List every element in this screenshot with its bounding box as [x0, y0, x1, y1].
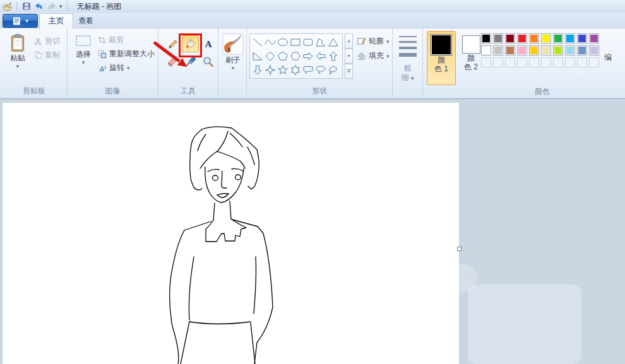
- palette-swatch[interactable]: [493, 45, 503, 56]
- copy-button[interactable]: 复制: [34, 50, 60, 61]
- star-4-icon: [265, 64, 276, 76]
- palette-swatch-empty[interactable]: [577, 57, 587, 68]
- palette-swatch[interactable]: [529, 45, 539, 56]
- palette-swatch[interactable]: [541, 33, 551, 44]
- shape-diamond[interactable]: [264, 49, 277, 63]
- line-size-icon[interactable]: [399, 36, 417, 61]
- crop-button[interactable]: 裁剪: [98, 35, 124, 45]
- color-palette: [481, 33, 604, 69]
- palette-swatch-empty[interactable]: [529, 57, 539, 68]
- shape-ellipse[interactable]: [277, 35, 289, 49]
- edit-colors-partial-label[interactable]: 编: [604, 52, 612, 63]
- arrow-down-icon: [252, 64, 263, 76]
- shape-callout-cloud[interactable]: [327, 63, 340, 77]
- shape-rectangle[interactable]: [289, 35, 302, 49]
- resize-icon: [98, 50, 107, 59]
- rectangle-icon: [290, 37, 301, 48]
- shape-pentagon[interactable]: [277, 49, 289, 63]
- shape-curve[interactable]: [264, 35, 277, 49]
- shape-fill-button[interactable]: 填充 ▾: [357, 50, 390, 61]
- clipboard-icon: [9, 33, 27, 53]
- outline-button[interactable]: 轮廓 ▾: [357, 36, 390, 47]
- select-button[interactable]: 选择 ▾: [71, 32, 96, 89]
- pentagon-icon: [277, 50, 289, 62]
- palette-swatch[interactable]: [481, 33, 491, 44]
- window-title: 无标题 - 画图: [77, 1, 122, 12]
- paint-logo-icon: [2, 1, 12, 11]
- palette-swatch-empty[interactable]: [493, 57, 503, 68]
- color2-label-line1: 颜: [464, 54, 478, 62]
- palette-swatch[interactable]: [505, 33, 515, 44]
- shape-arrow-left[interactable]: [314, 49, 327, 63]
- palette-swatch[interactable]: [493, 33, 503, 44]
- shapes-scroll-down-button[interactable]: ▼: [345, 49, 353, 64]
- shape-line[interactable]: [251, 35, 264, 49]
- palette-swatch-empty[interactable]: [541, 57, 551, 68]
- shape-arrow-up[interactable]: [327, 49, 340, 63]
- hexagon-icon: [290, 50, 301, 62]
- text-tool-button[interactable]: A: [199, 35, 217, 52]
- shape-callout-rounded[interactable]: [302, 63, 314, 77]
- shape-star-5[interactable]: [277, 63, 289, 77]
- palette-swatch[interactable]: [517, 45, 527, 56]
- palette-swatch-empty[interactable]: [481, 57, 491, 68]
- rotate-button[interactable]: 旋转 ▾: [98, 62, 130, 73]
- palette-swatch[interactable]: [481, 45, 491, 56]
- palette-swatch-empty[interactable]: [553, 57, 563, 68]
- cut-label: 剪切: [45, 36, 60, 47]
- palette-swatch[interactable]: [565, 33, 575, 44]
- paste-button[interactable]: 粘贴 ▾: [4, 32, 31, 89]
- shape-callout-oval[interactable]: [314, 63, 327, 77]
- shape-triangle[interactable]: [327, 35, 340, 49]
- chevron-down-icon: ▾: [25, 18, 28, 24]
- arrow-left-icon: [315, 50, 326, 62]
- shape-right-triangle[interactable]: [251, 49, 264, 63]
- shapes-more-button[interactable]: ▼: [345, 64, 353, 79]
- color2-button[interactable]: 颜 色 2: [458, 31, 484, 85]
- drawing-canvas[interactable]: [3, 103, 459, 364]
- palette-swatch-empty[interactable]: [565, 57, 575, 68]
- palette-swatch[interactable]: [565, 45, 575, 56]
- arrow-right-icon: [302, 50, 314, 62]
- chevron-down-icon: ▾: [16, 64, 20, 69]
- cut-button[interactable]: 剪切: [34, 36, 60, 47]
- tab-view[interactable]: 查看: [69, 13, 102, 28]
- shape-hexagon[interactable]: [289, 49, 302, 63]
- palette-swatch[interactable]: [553, 45, 563, 56]
- palette-swatch-empty[interactable]: [517, 57, 527, 68]
- size-button[interactable]: 粗 细 ▾: [393, 64, 422, 83]
- palette-swatch-empty[interactable]: [505, 57, 515, 68]
- palette-swatch[interactable]: [553, 33, 563, 44]
- palette-swatch[interactable]: [577, 33, 587, 44]
- palette-swatch[interactable]: [541, 45, 551, 56]
- save-button[interactable]: [21, 1, 32, 11]
- palette-swatch[interactable]: [577, 45, 587, 56]
- shape-star-6[interactable]: [289, 63, 302, 77]
- shape-polygon[interactable]: [314, 35, 327, 49]
- undo-button[interactable]: [34, 1, 44, 11]
- toolbar-options-caret-icon[interactable]: ▾: [59, 3, 62, 9]
- redo-button[interactable]: [47, 1, 57, 11]
- application-menu-button[interactable]: ▾: [3, 14, 38, 28]
- group-label-shapes: 形状: [247, 86, 392, 97]
- palette-swatch-empty[interactable]: [589, 57, 599, 68]
- shape-arrow-right[interactable]: [302, 49, 314, 63]
- resize-button[interactable]: 重新调整大小: [98, 49, 155, 59]
- magnifier-tool-button[interactable]: [199, 53, 217, 70]
- tab-home[interactable]: 主页: [39, 13, 73, 28]
- palette-swatch[interactable]: [589, 45, 599, 56]
- palette-swatch[interactable]: [505, 45, 515, 56]
- palette-swatch[interactable]: [517, 33, 527, 44]
- document-menu-icon: [12, 17, 23, 25]
- shape-star-4[interactable]: [264, 63, 277, 77]
- shape-rounded-rectangle[interactable]: [302, 35, 314, 49]
- palette-swatch[interactable]: [529, 33, 539, 44]
- canvas-resize-handle[interactable]: [457, 247, 461, 251]
- group-size: 粗 细 ▾ 粗细: [393, 28, 423, 98]
- color1-button[interactable]: 颜 色 1: [427, 31, 456, 85]
- svg-text:A: A: [205, 38, 212, 49]
- palette-swatch[interactable]: [589, 33, 599, 44]
- brushes-button[interactable]: 刷子 ▾: [221, 33, 245, 91]
- shape-arrow-down[interactable]: [251, 63, 264, 77]
- shapes-scroll-up-button[interactable]: ▲: [345, 33, 353, 49]
